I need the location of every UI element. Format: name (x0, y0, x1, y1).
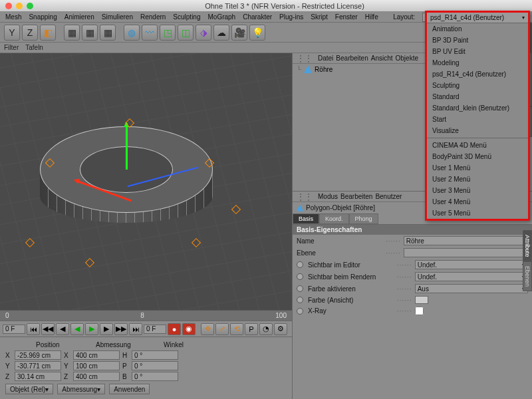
menu-window[interactable]: Fenster (332, 13, 360, 21)
pla-icon[interactable]: ◔ (259, 323, 273, 335)
radio-icon[interactable] (297, 273, 303, 280)
pos-x-field[interactable]: -25.969 cm (15, 350, 61, 360)
cube-icon[interactable]: ◧ (40, 25, 56, 41)
layout-option[interactable]: User 3 Menü (427, 185, 528, 196)
om-file[interactable]: Datei (318, 55, 333, 62)
layout-option[interactable]: User 1 Menü (427, 162, 528, 174)
axis-y-icon[interactable]: Y (4, 25, 20, 41)
light-icon[interactable]: 💡 (249, 25, 265, 41)
sidetab-layers[interactable]: Ebenen (523, 261, 532, 291)
handle-icon[interactable] (125, 118, 134, 128)
vp-filter[interactable]: Filter (4, 44, 19, 51)
om-edit[interactable]: Bearbeiten (336, 55, 368, 62)
generator-icon[interactable]: ◳ (160, 25, 176, 41)
handle-icon[interactable] (231, 205, 241, 214)
pos-z-field[interactable]: 30.14 cm (15, 372, 61, 381)
param-icon[interactable]: P (245, 323, 258, 335)
render-view-icon[interactable]: ▦ (64, 25, 80, 41)
menu-animate[interactable]: Animieren (62, 13, 97, 21)
color-swatch[interactable] (415, 296, 428, 304)
layout-option[interactable]: Sculpting (427, 80, 528, 91)
layout-dropdown-selected[interactable]: psd_R14_c4d (Benutzer) (427, 13, 528, 23)
am-edit[interactable]: Bearbeiten (340, 193, 372, 200)
prop-field[interactable]: Undef.▾ (415, 272, 528, 281)
layout-option[interactable]: User 4 Menü (427, 196, 528, 207)
scale-icon[interactable]: ⤢ (215, 323, 229, 335)
layout-option[interactable]: User 5 Menü (427, 207, 528, 219)
vp-panels[interactable]: Tafeln (25, 44, 43, 51)
goto-end-icon[interactable]: ⏭ (129, 323, 142, 335)
menu-render[interactable]: Rendern (138, 13, 168, 21)
menu-help[interactable]: Hilfe (362, 13, 381, 21)
size-mode-select[interactable]: Abmessung ▾ (57, 384, 105, 394)
viewport-3d[interactable] (0, 53, 292, 310)
prop-field[interactable]: Aus▾ (415, 284, 528, 293)
layout-option[interactable]: BP 3D Paint (427, 35, 528, 46)
prop-field[interactable]: Undef.▾ (415, 260, 528, 269)
handle-icon[interactable] (205, 158, 214, 168)
move-icon[interactable]: ✥ (201, 323, 214, 335)
prop-field[interactable] (404, 248, 528, 257)
sidetab-attribute[interactable]: Attribute (523, 230, 532, 262)
layout-option[interactable]: User 2 Menü (427, 174, 528, 185)
pos-y-field[interactable]: -30.771 cm (15, 361, 61, 370)
menu-simulate[interactable]: Simulieren (99, 13, 136, 21)
frame-end-field[interactable]: 0 F (144, 325, 166, 334)
next-key-icon[interactable]: ▶▶ (114, 323, 128, 335)
layout-option[interactable]: CINEMA 4D Menü (427, 140, 528, 151)
layout-option[interactable]: Standard_klein (Benutzer) (427, 102, 528, 114)
zoom-window[interactable] (27, 3, 33, 9)
render-settings-icon[interactable]: ▦ (100, 25, 116, 41)
rotate-icon[interactable]: ⟲ (230, 323, 243, 335)
menu-plugins[interactable]: Plug-ins (277, 13, 306, 21)
menu-script[interactable]: Skript (308, 13, 331, 21)
prev-frame-icon[interactable]: ◀ (56, 323, 69, 335)
deformer-icon[interactable]: ⬗ (196, 25, 211, 41)
handle-icon[interactable] (25, 238, 35, 247)
om-objects[interactable]: Objekte (396, 55, 418, 62)
handle-icon[interactable] (192, 238, 201, 247)
xray-check[interactable] (415, 307, 424, 315)
layout-option[interactable]: Visualize (427, 125, 528, 136)
layout-option[interactable]: Start (427, 114, 528, 125)
size-z-field[interactable]: 400 cm (73, 372, 120, 381)
om-view[interactable]: Ansicht (371, 55, 393, 62)
spline-icon[interactable]: 〰 (142, 25, 158, 41)
radio-icon[interactable] (297, 297, 303, 303)
primitive-icon[interactable]: ◍ (124, 25, 140, 41)
subdivision-icon[interactable]: ◫ (178, 25, 194, 41)
layout-option[interactable]: Animation (427, 23, 528, 35)
object-name[interactable]: Röhre (315, 66, 332, 73)
record-icon[interactable]: ● (168, 323, 181, 335)
tab-coord[interactable]: Koord. (319, 213, 349, 224)
prev-key-icon[interactable]: ◀◀ (41, 323, 55, 335)
layout-option[interactable]: Standard (427, 91, 528, 102)
size-y-field[interactable]: 100 cm (73, 361, 120, 370)
next-frame-icon[interactable]: ▶ (100, 323, 113, 335)
goto-start-icon[interactable]: ⏮ (27, 323, 40, 335)
play-forward-icon[interactable]: ▶ (85, 323, 98, 335)
prop-field[interactable]: Röhre (404, 236, 528, 245)
layout-option[interactable]: Modeling (427, 57, 528, 68)
tab-basis[interactable]: Basis (293, 213, 319, 224)
timeline-ruler[interactable]: 08100 (0, 310, 292, 321)
environment-icon[interactable]: ☁ (213, 25, 229, 41)
layout-option[interactable]: BP UV Edit (427, 46, 528, 57)
menu-mesh[interactable]: Mesh (3, 13, 24, 21)
menu-sculpting[interactable]: Sculpting (170, 13, 203, 21)
ang-y-field[interactable]: 0 ° (132, 361, 178, 370)
handle-icon[interactable] (45, 158, 55, 168)
radio-icon[interactable] (297, 308, 303, 315)
menu-snapping[interactable]: Snapping (26, 13, 59, 21)
tab-phong[interactable]: Phong (349, 213, 378, 224)
menu-mograph[interactable]: MoGraph (205, 13, 239, 21)
handle-icon[interactable] (85, 258, 94, 267)
menu-character[interactable]: Charakter (240, 13, 275, 21)
apply-button[interactable]: Anwenden (109, 384, 150, 394)
minimize-window[interactable] (16, 3, 23, 9)
autokey-icon[interactable]: ◉ (182, 323, 196, 335)
ang-z-field[interactable]: 0 ° (132, 372, 178, 381)
size-x-field[interactable]: 400 cm (73, 350, 120, 360)
radio-icon[interactable] (297, 285, 303, 292)
key-opts-icon[interactable]: ⚙ (274, 323, 287, 335)
